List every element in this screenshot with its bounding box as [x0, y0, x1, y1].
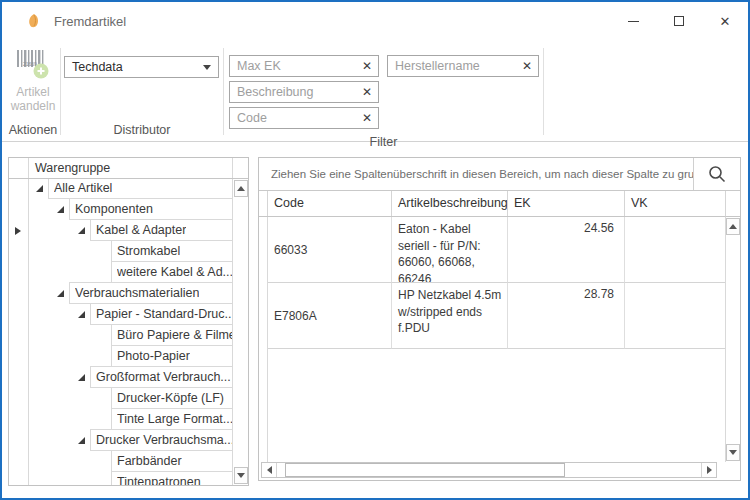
tree-header-label: Warengruppe: [29, 158, 232, 178]
scroll-up-icon: [237, 186, 245, 191]
column-header-artikelbeschreibung[interactable]: Artikelbeschreibung: [392, 191, 508, 216]
tree-node-cell[interactable]: Drucker-Köpfe (LF): [111, 387, 232, 409]
cell-code: 66033: [268, 217, 392, 283]
tree-node-label: Großformat Verbrauch...: [96, 370, 231, 384]
tree-node-cell[interactable]: weitere Kabel & Ad...: [111, 261, 232, 283]
tree-row[interactable]: weitere Kabel & Ad...: [29, 261, 232, 283]
tree-node-cell[interactable]: Tinte Large Format...: [111, 408, 232, 430]
tree-node-cell[interactable]: Stromkabel: [111, 240, 232, 262]
close-icon: ✕: [720, 15, 731, 28]
ribbon-separator: [543, 48, 544, 135]
tree-node-cell[interactable]: Großformat Verbrauch...: [90, 366, 232, 388]
tree-node-cell[interactable]: Verbrauchsmaterialien: [69, 282, 232, 304]
cell-vk: [625, 217, 725, 283]
search-button[interactable]: [693, 158, 740, 190]
tree-node-cell[interactable]: Drucker Verbrauchsma...: [90, 429, 232, 451]
grid-row[interactable]: 66033Eaton - Kabel seriell - für P/N: 66…: [259, 217, 725, 283]
tree-expander-icon[interactable]: [78, 227, 85, 234]
beschreibung-filter-input[interactable]: Beschreibung ✕: [229, 81, 379, 103]
column-header-code[interactable]: Code: [268, 191, 392, 216]
code-placeholder: Code: [237, 111, 362, 125]
tree-expander-icon[interactable]: [57, 290, 64, 297]
grid-horizontal-scrollbar[interactable]: [261, 462, 717, 478]
distributor-combobox[interactable]: Techdata: [64, 56, 219, 78]
tree-row[interactable]: Tinte Large Format...: [29, 408, 232, 430]
tree-row[interactable]: Photo-Papier: [29, 345, 232, 367]
tree-row[interactable]: Großformat Verbrauch...: [29, 366, 232, 388]
column-header-vk[interactable]: VK: [625, 191, 725, 216]
code-filter-input[interactable]: Code ✕: [229, 107, 379, 129]
tree-row[interactable]: Büro Papiere & Filme: [29, 324, 232, 346]
grid-vertical-scrollbar[interactable]: [725, 217, 740, 462]
tree-node-cell[interactable]: Alle Artikel: [48, 179, 232, 199]
tree-node-label: Alle Artikel: [54, 181, 112, 195]
tree-row[interactable]: Tintenpatronen: [29, 471, 232, 485]
tree-node-cell[interactable]: Büro Papiere & Filme: [111, 324, 232, 346]
maximize-button[interactable]: [656, 2, 702, 40]
svg-text:21669: 21669: [23, 61, 37, 67]
cell-vk: [625, 283, 725, 349]
herstellername-filter-input[interactable]: Herstellername ✕: [387, 55, 539, 77]
tree-node-label: Drucker-Köpfe (LF): [117, 391, 224, 405]
tree-node-label: Photo-Papier: [117, 349, 190, 363]
cell-description: Eaton - Kabel seriell - für P/N: 66060, …: [392, 217, 508, 283]
tree-row[interactable]: Farbbänder: [29, 450, 232, 472]
artikel-wandeln-button[interactable]: 21669 Artikel wandeln: [8, 48, 58, 121]
tree-expander-icon[interactable]: [78, 311, 85, 318]
tree-column-header[interactable]: Warengruppe: [9, 158, 248, 179]
max-ek-filter-input[interactable]: Max EK ✕: [229, 55, 379, 77]
grid-header-cap: [725, 191, 740, 217]
tree-row[interactable]: Komponenten: [29, 198, 232, 220]
beschreibung-placeholder: Beschreibung: [237, 85, 362, 99]
grid-row[interactable]: E7806AHP Netzkabel 4.5m w/stripped ends …: [259, 283, 725, 349]
minimize-icon: [628, 21, 639, 22]
tree-row[interactable]: Alle Artikel: [29, 179, 232, 199]
group-label-filter: Filter: [224, 133, 543, 151]
tree-row[interactable]: Verbrauchsmaterialien: [29, 282, 232, 304]
scroll-right-button[interactable]: [701, 463, 716, 477]
tree-vertical-scrollbar[interactable]: [232, 179, 248, 485]
tree-node-cell[interactable]: Photo-Papier: [111, 345, 232, 367]
titlebar: Fremdartikel ✕: [2, 2, 748, 40]
clear-filter-icon[interactable]: ✕: [362, 86, 372, 98]
scroll-up-button[interactable]: [234, 180, 248, 197]
tree-rows: Alle ArtikelKomponentenKabel & AdapterSt…: [29, 179, 232, 485]
tree-expander-icon[interactable]: [57, 206, 64, 213]
close-button[interactable]: ✕: [702, 2, 748, 40]
tree-row[interactable]: Papier - Standard-Druc...: [29, 303, 232, 325]
tree-node-label: Papier - Standard-Druc...: [96, 307, 232, 321]
tree-row[interactable]: Drucker-Köpfe (LF): [29, 387, 232, 409]
scroll-left-button[interactable]: [262, 463, 277, 477]
barcode-plus-icon: 21669: [15, 48, 51, 80]
tree-row[interactable]: Stromkabel: [29, 240, 232, 262]
tree-node-cell[interactable]: Farbbänder: [111, 450, 232, 472]
group-label-aktionen: Aktionen: [6, 121, 60, 141]
tree-expander-icon[interactable]: [36, 185, 43, 192]
tree-expander-icon[interactable]: [78, 437, 85, 444]
minimize-button[interactable]: [610, 2, 656, 40]
scroll-track[interactable]: [277, 463, 701, 477]
clear-filter-icon[interactable]: ✕: [362, 112, 372, 124]
tree-expander-icon[interactable]: [78, 374, 85, 381]
search-icon: [707, 164, 727, 184]
clear-filter-icon[interactable]: ✕: [522, 60, 532, 72]
group-by-panel[interactable]: Ziehen Sie eine Spaltenüberschrift in di…: [259, 158, 740, 191]
tree-row[interactable]: Kabel & Adapter: [29, 219, 232, 241]
tree-node-cell[interactable]: Papier - Standard-Druc...: [90, 303, 232, 325]
tree-node-cell[interactable]: Tintenpatronen: [111, 471, 232, 485]
scroll-down-button[interactable]: [234, 467, 248, 484]
scroll-down-button[interactable]: [726, 444, 740, 461]
tree-node-cell[interactable]: Kabel & Adapter: [90, 219, 232, 241]
tree-row[interactable]: Drucker Verbrauchsma...: [29, 429, 232, 451]
tree-node-label: weitere Kabel & Ad...: [117, 265, 232, 279]
tree-header-cap: [232, 158, 248, 178]
artikel-wandeln-label-line1: Artikel: [11, 85, 56, 99]
column-header-ek[interactable]: EK: [508, 191, 625, 216]
scroll-down-icon: [729, 450, 737, 455]
app-window: Fremdartikel ✕ 21669: [0, 0, 750, 500]
scroll-up-button[interactable]: [726, 218, 740, 235]
scroll-thumb[interactable]: [285, 463, 565, 477]
clear-filter-icon[interactable]: ✕: [362, 60, 372, 72]
tree-node-cell[interactable]: Komponenten: [69, 198, 232, 220]
cell-description: HP Netzkabel 4.5m w/stripped ends f.PDU: [392, 283, 508, 349]
